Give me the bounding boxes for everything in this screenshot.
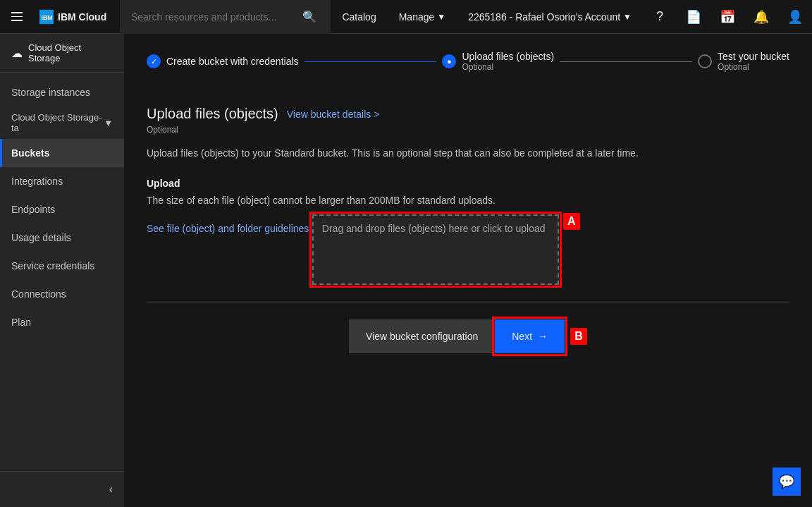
page-title: Upload files (objects) xyxy=(147,106,278,122)
help-icon[interactable]: ? xyxy=(643,0,677,34)
view-bucket-configuration-button[interactable]: View bucket configuration xyxy=(349,319,495,353)
sidebar-nav: Storage instances Cloud Object Storage-t… xyxy=(0,73,124,471)
search-input[interactable] xyxy=(131,11,300,23)
manage-link[interactable]: Manage ▼ xyxy=(388,0,457,34)
search-icon[interactable]: 🔍 xyxy=(300,7,319,26)
sidebar-item-service-credentials[interactable]: Service credentials xyxy=(0,252,124,280)
upload-section-label: Upload xyxy=(147,178,789,189)
step-icon-create-bucket: ✓ xyxy=(147,54,161,68)
sidebar-header: ☁ Cloud Object Storage xyxy=(0,34,124,73)
main-content: ✓ Create bucket with credentials ● Uploa… xyxy=(124,34,812,507)
step-icon-upload-files: ● xyxy=(442,54,456,68)
sidebar-item-connections[interactable]: Connections xyxy=(0,280,124,308)
view-bucket-details-link[interactable]: View bucket details > xyxy=(287,109,380,120)
annotation-b: B xyxy=(570,328,587,345)
upload-description: The size of each file (object) cannot be… xyxy=(147,195,789,206)
file-guidelines-link[interactable]: See file (object) and folder guidelines xyxy=(147,223,309,234)
next-button[interactable]: Next → xyxy=(495,319,565,353)
storage-icon: ☁ xyxy=(11,47,23,60)
sidebar-item-integrations[interactable]: Integrations xyxy=(0,167,124,195)
step-text-create-bucket: Create bucket with credentials xyxy=(166,56,299,67)
chevron-right-icon: ▼ xyxy=(104,118,113,128)
sidebar: ☁ Cloud Object Storage Storage instances… xyxy=(0,34,124,507)
optional-label: Optional xyxy=(147,125,789,135)
step-create-bucket: ✓ Create bucket with credentials xyxy=(147,54,299,68)
step-line-1 xyxy=(304,61,437,62)
annotation-a: A xyxy=(563,213,580,230)
sidebar-item-cloud-object-storage-ta[interactable]: Cloud Object Storage-ta ▼ xyxy=(0,106,124,139)
ibm-logo-icon: IBM xyxy=(39,10,54,24)
sidebar-section: Storage instances Cloud Object Storage-t… xyxy=(0,73,124,342)
collapse-sidebar-button[interactable]: ‹ xyxy=(0,477,124,501)
sidebar-item-storage-instances[interactable]: Storage instances xyxy=(0,78,124,106)
sidebar-title: Cloud Object Storage xyxy=(28,42,113,63)
section-divider xyxy=(147,302,789,303)
chat-icon: 💬 xyxy=(779,474,794,489)
arrow-right-icon: → xyxy=(538,331,548,342)
svg-text:IBM: IBM xyxy=(42,13,53,20)
step-icon-test-bucket xyxy=(698,54,712,68)
hamburger-icon xyxy=(11,12,23,21)
account-chevron-icon: ▼ xyxy=(623,12,632,22)
account-link[interactable]: 2265186 - Rafael Osorio's Account ▼ xyxy=(457,0,643,34)
upload-dropzone[interactable]: Drag and drop files (objects) here or cl… xyxy=(312,214,559,285)
step-upload-files: ● Upload files (objects) Optional xyxy=(442,51,554,72)
step-line-2 xyxy=(560,61,692,62)
content-description: Upload files (objects) to your Standard … xyxy=(147,146,789,161)
help-fab-button[interactable]: 💬 xyxy=(773,468,801,496)
catalog-link[interactable]: Catalog xyxy=(331,0,387,34)
cost-icon[interactable]: 📄 xyxy=(677,0,710,34)
sidebar-item-usage-details[interactable]: Usage details xyxy=(0,224,124,252)
main-layout: ☁ Cloud Object Storage Storage instances… xyxy=(0,34,812,507)
stepper: ✓ Create bucket with credentials ● Uploa… xyxy=(147,51,789,83)
menu-button[interactable] xyxy=(0,0,34,34)
dropzone-label: Drag and drop files (objects) here or cl… xyxy=(322,223,546,234)
chevron-right-icon: > xyxy=(374,109,379,120)
nav-links: Catalog Manage ▼ 2265186 - Rafael Osorio… xyxy=(331,0,812,34)
search-bar[interactable]: 🔍 xyxy=(120,0,331,34)
brand-logo-area: IBM IBM Cloud xyxy=(34,10,120,24)
manage-chevron-icon: ▼ xyxy=(437,12,445,22)
sidebar-item-buckets[interactable]: Buckets xyxy=(0,139,124,167)
step-test-bucket: Test your bucket Optional xyxy=(698,51,789,72)
brand-name: IBM Cloud xyxy=(58,11,106,23)
content-header: Upload files (objects) View bucket detai… xyxy=(147,106,789,122)
action-buttons: View bucket configuration Next → B xyxy=(147,319,789,353)
notifications-icon[interactable]: 🔔 xyxy=(744,0,778,34)
step-text-upload-files: Upload files (objects) Optional xyxy=(462,51,554,72)
user-icon[interactable]: 👤 xyxy=(778,0,812,34)
top-navigation: IBM IBM Cloud 🔍 Catalog Manage ▼ 2265186… xyxy=(0,0,812,34)
sidebar-item-plan[interactable]: Plan xyxy=(0,308,124,336)
calendar-icon[interactable]: 📅 xyxy=(710,0,744,34)
sidebar-footer: ‹ xyxy=(0,471,124,507)
step-text-test-bucket: Test your bucket Optional xyxy=(718,51,789,72)
sidebar-item-endpoints[interactable]: Endpoints xyxy=(0,195,124,224)
